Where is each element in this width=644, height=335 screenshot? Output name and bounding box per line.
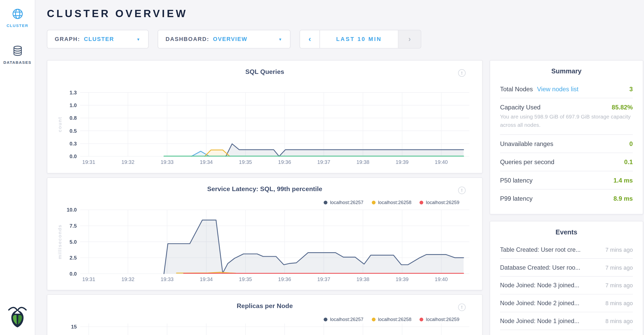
dashboard-dropdown[interactable]: DASHBOARD: OVERVIEW ▼: [158, 30, 291, 48]
summary-title: Summary: [490, 60, 643, 80]
event-text: Node Joined: Node 1 joined...: [500, 318, 579, 324]
summary-value: 3: [629, 85, 633, 92]
svg-text:19:34: 19:34: [200, 159, 213, 165]
events-title: Events: [490, 221, 643, 241]
svg-text:19:32: 19:32: [121, 159, 134, 165]
cockroach-bug-icon: [8, 305, 27, 328]
graph-dropdown-value: CLUSTER: [84, 36, 114, 42]
graph-dropdown[interactable]: GRAPH: CLUSTER ▼: [47, 30, 149, 48]
chart-panel-service-latency: Service Latency: SQL, 99th percentile ! …: [47, 178, 483, 290]
svg-text:19:40: 19:40: [435, 159, 448, 165]
event-row: Node Joined: Node 1 joined... 8 mins ago: [500, 312, 633, 330]
summary-value: 85.82%: [612, 104, 633, 111]
chart-title: Service Latency: SQL, 99th percentile: [47, 185, 482, 193]
events-panel: Events Table Created: User root cre... 7…: [490, 221, 643, 335]
svg-text:19:31: 19:31: [82, 276, 95, 282]
svg-text:19:37: 19:37: [317, 276, 330, 282]
event-text: Node Joined: Node 2 joined...: [500, 300, 579, 306]
svg-text:19:38: 19:38: [357, 159, 369, 165]
chart-title: SQL Queries: [47, 68, 482, 75]
svg-text:19:36: 19:36: [278, 159, 291, 165]
chevron-down-icon: ▼: [272, 37, 283, 41]
summary-value: 0: [629, 140, 633, 147]
event-row: Database Created: User roo... 7 mins ago: [500, 259, 633, 277]
database-icon: [12, 45, 23, 56]
summary-value: 1.4 ms: [613, 177, 633, 184]
summary-row-unavailable-ranges: Unavailable ranges 0: [500, 135, 633, 153]
summary-row-qps: Queries per second 0.1: [500, 153, 633, 171]
svg-text:19:39: 19:39: [396, 159, 409, 165]
event-row: Node Joined: Node 3 joined... 7 mins ago: [500, 277, 633, 295]
cockroachdb-logo: [8, 305, 27, 330]
event-text: Database Created: User roo...: [500, 264, 580, 271]
svg-text:19:37: 19:37: [317, 159, 330, 165]
summary-label: Queries per second: [500, 158, 554, 165]
summary-label: P99 latency: [500, 195, 532, 202]
chart-panel-replicas-per-node: Replicas per Node ! localhost:26257local…: [47, 295, 483, 335]
view-nodes-list-link[interactable]: View nodes list: [537, 85, 579, 92]
info-icon[interactable]: !: [458, 304, 466, 311]
svg-text:19:32: 19:32: [121, 276, 134, 282]
sidebar-item-databases[interactable]: DATABASES: [0, 28, 35, 65]
capacity-note: You are using 598.9 GiB of 697.9 GiB sto…: [500, 113, 633, 129]
sidebar-item-label: CLUSTER: [6, 23, 28, 28]
summary-row-capacity: Capacity Used 85.82% You are using 598.9…: [500, 98, 633, 135]
svg-text:0.8: 0.8: [70, 115, 77, 121]
summary-value: 8.9 ms: [613, 195, 633, 202]
chart-title: Replicas per Node: [47, 302, 482, 310]
summary-label: Unavailable ranges: [500, 140, 553, 147]
graph-dropdown-label: GRAPH:: [55, 36, 80, 42]
svg-text:15: 15: [71, 324, 77, 330]
summary-label: P50 latency: [500, 177, 532, 184]
svg-text:2.5: 2.5: [70, 255, 77, 261]
event-row: Node Joined: Node 2 joined... 8 mins ago: [500, 295, 633, 312]
event-text: Node Joined: Node 3 joined...: [500, 282, 579, 289]
event-text: Table Created: User root cre...: [500, 246, 581, 253]
svg-text:19:39: 19:39: [396, 276, 409, 282]
globe-icon: [12, 8, 23, 19]
app-root: CLUSTER DATABASES CLUSTER OVERVIEW: [0, 0, 644, 335]
summary-label: Capacity Used: [500, 104, 540, 111]
summary-row-p99: P99 latency 8.9 ms: [500, 190, 633, 207]
sidebar: CLUSTER DATABASES: [0, 0, 35, 335]
event-time: 8 mins ago: [605, 300, 633, 306]
svg-text:1.3: 1.3: [70, 90, 77, 95]
chart-panel-sql-queries: SQL Queries ! count 0.00.30.50.81.01.319…: [47, 60, 483, 173]
svg-text:19:33: 19:33: [161, 159, 174, 165]
svg-text:10.0: 10.0: [67, 207, 77, 213]
main-content: CLUSTER OVERVIEW GRAPH: CLUSTER ▼ DASHBO…: [35, 0, 644, 335]
svg-text:19:34: 19:34: [200, 276, 213, 282]
chevron-down-icon: ▼: [131, 37, 141, 41]
summary-value: 0.1: [624, 158, 633, 165]
time-next-button[interactable]: ›: [398, 30, 421, 48]
summary-row-total-nodes: Total Nodes View nodes list 3: [500, 80, 633, 98]
replicas-per-node-chart: 151310853019:3119:3219:3319:3419:3519:36…: [51, 315, 479, 335]
summary-panel: Summary Total Nodes View nodes list 3 Ca…: [490, 60, 643, 214]
time-range-button[interactable]: LAST 10 MIN: [319, 30, 398, 48]
svg-text:19:38: 19:38: [357, 276, 369, 282]
svg-text:19:35: 19:35: [239, 276, 252, 282]
event-row: Table Created: User root cre... 7 mins a…: [500, 241, 633, 259]
info-icon[interactable]: !: [458, 187, 466, 194]
event-time: 7 mins ago: [605, 247, 633, 253]
svg-text:0.3: 0.3: [70, 141, 77, 146]
dashboard-dropdown-value: OVERVIEW: [213, 36, 248, 42]
summary-row-p50: P50 latency 1.4 ms: [500, 171, 633, 190]
info-icon[interactable]: !: [458, 69, 466, 77]
service-latency-chart: 0.02.55.07.510.019:3119:3219:3319:3419:3…: [51, 198, 479, 287]
time-prev-button[interactable]: ‹: [300, 30, 319, 48]
sidebar-item-label: DATABASES: [3, 60, 31, 65]
svg-text:5.0: 5.0: [70, 239, 77, 245]
event-time: 8 mins ago: [605, 318, 633, 324]
svg-text:0.0: 0.0: [70, 153, 77, 159]
svg-text:0.5: 0.5: [70, 128, 77, 134]
svg-text:19:33: 19:33: [161, 276, 174, 282]
dashboard-dropdown-label: DASHBOARD:: [166, 36, 209, 42]
sidebar-item-cluster[interactable]: CLUSTER: [0, 0, 35, 28]
event-time: 7 mins ago: [605, 264, 633, 271]
toolbar: GRAPH: CLUSTER ▼ DASHBOARD: OVERVIEW ▼ ‹…: [47, 30, 421, 48]
svg-text:7.5: 7.5: [70, 223, 77, 229]
svg-text:0.0: 0.0: [70, 271, 77, 277]
svg-text:19:35: 19:35: [239, 159, 252, 165]
summary-label: Total Nodes: [500, 85, 533, 92]
